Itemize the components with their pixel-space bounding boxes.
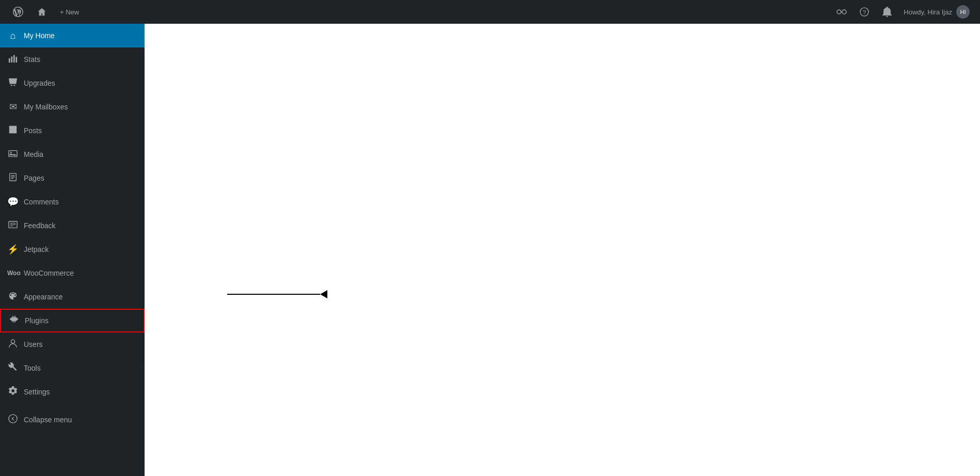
sidebar-item-jetpack[interactable]: ⚡ Jetpack [0,237,145,261]
sidebar-item-label: Collapse menu [24,416,137,424]
sidebar-item-stats[interactable]: Stats [0,47,145,71]
users-icon [7,339,19,351]
sidebar-item-label: Stats [24,55,137,64]
sidebar-item-label: Comments [24,198,137,206]
sidebar-item-label: Appearance [24,293,137,301]
svg-text:?: ? [863,9,866,15]
appearance-icon [7,291,19,303]
sidebar-item-label: Upgrades [24,79,137,87]
arrow-annotation [227,290,327,298]
arrow-line [227,294,320,295]
sidebar-item-media[interactable]: Media [0,142,145,166]
main-content [145,24,980,476]
svg-rect-7 [13,55,15,62]
sidebar-item-label: Feedback [24,221,137,230]
new-button-label: + New [60,8,79,16]
admin-bar-home-link[interactable] [30,0,54,24]
sidebar-item-label: Posts [24,126,137,135]
feedback-icon [7,220,19,232]
admin-bar-new-button[interactable]: + New [54,0,85,24]
sidebar-item-comments[interactable]: 💬 Comments [0,190,145,214]
sidebar-item-users[interactable]: Users [0,332,145,356]
pages-icon [7,172,19,184]
my-home-icon: ⌂ [7,30,19,41]
svg-rect-11 [9,150,17,156]
plugins-wrapper: Plugins Installed Plugins Add New Editor [0,309,145,332]
svg-point-0 [837,10,841,14]
svg-rect-5 [9,58,10,62]
sidebar-item-feedback[interactable]: Feedback [0,214,145,237]
upgrades-icon [7,77,19,89]
posts-icon [7,125,19,137]
howdy-label: Howdy, Hira Ijaz [904,8,952,16]
arrow-head [320,290,327,298]
sidebar: ⌂ My Home Stats [0,24,145,476]
svg-rect-6 [11,56,12,62]
svg-point-12 [10,151,12,153]
mailboxes-icon: ✉ [7,101,19,113]
sidebar-item-my-home[interactable]: ⌂ My Home [0,24,145,47]
sidebar-item-tools[interactable]: Tools [0,356,145,380]
avatar: HI [956,5,970,19]
settings-icon [7,386,19,398]
layout: ⌂ My Home Stats [0,24,980,476]
svg-point-21 [11,339,14,343]
woocommerce-icon: Woo [7,269,19,277]
sidebar-item-upgrades[interactable]: Upgrades [0,71,145,95]
sidebar-item-label: WooCommerce [24,269,137,277]
admin-bar-left: + New [6,0,831,24]
sidebar-item-pages[interactable]: Pages [0,166,145,190]
avatar-initials: HI [960,9,966,15]
svg-point-9 [11,84,12,86]
sidebar-item-label: Jetpack [24,245,137,253]
sidebar-item-posts[interactable]: Posts [0,119,145,142]
sidebar-item-settings[interactable]: Settings [0,380,145,404]
sidebar-item-appearance[interactable]: Appearance [0,285,145,309]
svg-point-22 [9,414,17,422]
sidebar-item-label: Media [24,150,137,158]
collapse-icon [7,414,19,426]
svg-point-1 [842,10,846,14]
sidebar-item-label: Plugins [25,316,136,325]
notifications-icon-button[interactable] [877,0,897,24]
sidebar-item-label: Pages [24,174,137,182]
svg-point-10 [13,84,15,86]
admin-bar-user-menu[interactable]: Howdy, Hira Ijaz HI [899,0,974,24]
sidebar-item-label: Settings [24,388,137,396]
sidebar-item-label: My Mailboxes [24,103,137,111]
sidebar-collapse-menu[interactable]: Collapse menu [0,408,145,432]
tools-icon [7,362,19,374]
jetpack-icon: ⚡ [7,244,19,255]
comments-icon: 💬 [7,196,19,208]
plugins-icon [8,315,20,327]
sidebar-item-label: My Home [24,31,137,40]
sidebar-item-label: Users [24,340,137,348]
admin-bar: + New ? Howdy, Hira Ijaz HI [0,0,980,24]
media-icon [7,149,19,161]
sidebar-item-my-mailboxes[interactable]: ✉ My Mailboxes [0,95,145,119]
admin-bar-right: ? Howdy, Hira Ijaz HI [831,0,974,24]
reader-icon-button[interactable] [831,0,852,24]
sidebar-item-label: Tools [24,364,137,372]
svg-rect-8 [15,57,17,62]
wordpress-logo[interactable] [6,0,30,24]
stats-icon [7,54,19,66]
help-icon-button[interactable]: ? [854,0,875,24]
sidebar-item-woocommerce[interactable]: Woo WooCommerce [0,261,145,285]
sidebar-item-plugins[interactable]: Plugins [0,309,145,332]
